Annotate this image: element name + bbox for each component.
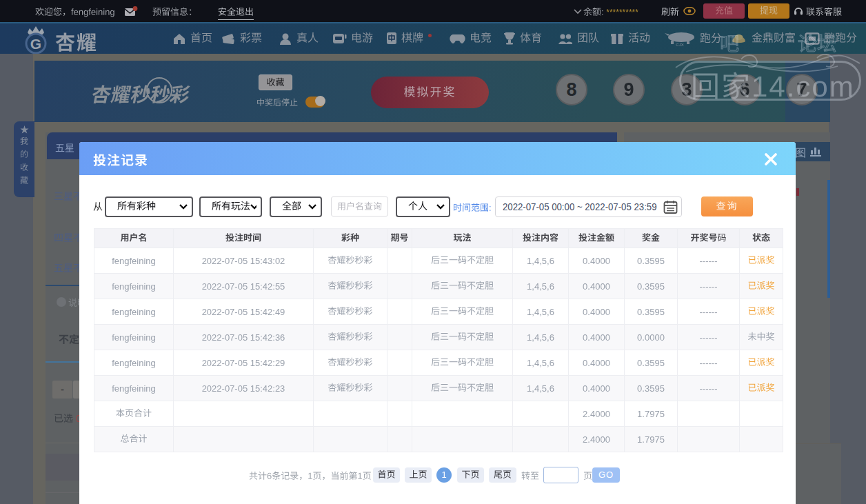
svg-text:CJX: CJX — [676, 43, 683, 47]
